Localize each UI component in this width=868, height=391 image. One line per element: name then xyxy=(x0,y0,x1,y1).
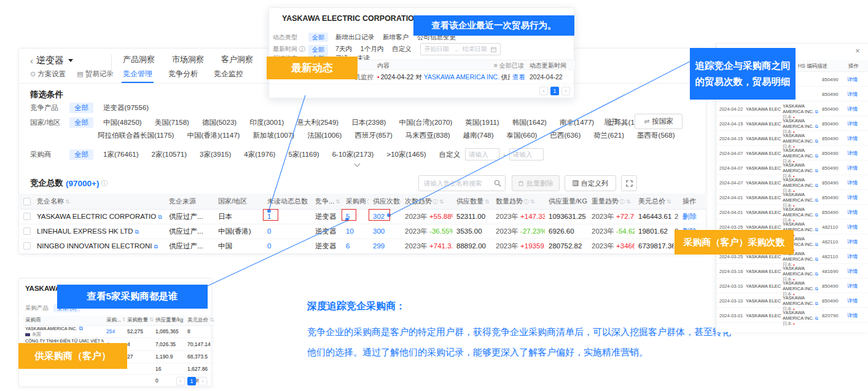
breadcrumb[interactable]: ‹ 逆变器 xyxy=(30,53,73,67)
detail-link[interactable]: 详情 xyxy=(847,253,858,261)
copy-icon[interactable]: ⧉ xyxy=(814,124,818,128)
popup-filter-option[interactable]: 新增客户 xyxy=(383,33,409,42)
copy-icon[interactable]: ⧉ xyxy=(814,109,818,114)
filter-option[interactable]: 马来西亚(838) xyxy=(405,132,450,139)
buyer-name[interactable]: YASKAWA AMERICA INC. ⧉ xyxy=(783,280,818,291)
times-count-link[interactable]: 300 xyxy=(373,227,385,235)
column-header[interactable]: 竞企名称⇅ xyxy=(33,194,165,209)
sort-icon[interactable]: ⇅ xyxy=(122,317,125,323)
copy-icon[interactable]: ⧉ xyxy=(814,154,818,158)
column-header[interactable] xyxy=(674,194,679,209)
row-checkbox[interactable] xyxy=(23,213,31,220)
sort-icon[interactable]: ⇅ xyxy=(439,199,444,205)
detail-link[interactable]: 详情 xyxy=(847,76,858,84)
subtab-竞争分析[interactable]: 竞争分析 xyxy=(167,68,199,83)
filter-option[interactable]: 墨西哥(568) xyxy=(637,132,674,139)
copy-icon[interactable]: ⧉ xyxy=(814,316,818,320)
copy-icon[interactable]: ⧉ xyxy=(814,168,818,173)
copy-icon[interactable]: ⧉ xyxy=(814,183,818,188)
unread-count-link[interactable]: 0 xyxy=(267,242,271,250)
column-header[interactable]: 竞企来源 xyxy=(165,194,214,209)
popup-filter-all-chip[interactable]: 全部 xyxy=(308,33,328,42)
filter-option[interactable]: 2家(10571) xyxy=(152,151,187,158)
popup-filter-all-chip[interactable]: 全部 xyxy=(308,45,328,54)
detail-link[interactable]: 详情 xyxy=(847,298,858,305)
filter-option[interactable]: 荷兰(621) xyxy=(593,132,624,139)
collapse-filters-toggle[interactable] xyxy=(345,159,369,168)
page-1-button[interactable]: 1 xyxy=(187,377,196,385)
filter-option[interactable]: 意大利(2549) xyxy=(297,119,338,126)
copy-icon[interactable]: ⧉ xyxy=(814,139,818,143)
column-header[interactable]: 美元总价⇅ xyxy=(185,315,214,325)
dynamics-company-link[interactable]: YASKAWA AMERICA INC. xyxy=(424,73,499,81)
row-checkbox[interactable] xyxy=(23,242,31,250)
filter-option[interactable]: 泰国(660) xyxy=(507,132,538,139)
filter-option[interactable]: 中国(48250) xyxy=(103,119,142,126)
filter-option[interactable]: 阿拉伯联合酋长国(1175) xyxy=(98,132,174,139)
buyer-name[interactable]: YASKAWA AMERICA INC.⧉ xyxy=(25,326,101,332)
column-header[interactable]: 供应次数ⓘ⇅ xyxy=(369,194,401,209)
filter-option[interactable]: >10家(1465) xyxy=(386,151,426,158)
copy-icon[interactable]: ⧉ xyxy=(158,214,162,221)
action-贸易记录[interactable]: ▤贸易记录 xyxy=(77,69,113,79)
caret-down-icon[interactable] xyxy=(68,59,73,62)
copy-icon[interactable]: ⧉ xyxy=(814,198,818,202)
detail-link[interactable]: 详情 xyxy=(847,268,858,275)
detail-link[interactable]: 详情 xyxy=(847,224,858,231)
column-header[interactable]: 采购数量⇅ xyxy=(125,315,153,325)
column-header[interactable]: 重量趋势ⓘ⇅ xyxy=(588,194,635,209)
detail-link[interactable]: 详情 xyxy=(847,135,858,143)
buyer-name[interactable]: YASKAWA AMERICA INC. ⧉ xyxy=(783,133,818,144)
detail-link[interactable]: 详情 xyxy=(847,194,858,202)
filter-all-chip[interactable]: 全部 xyxy=(69,117,93,128)
detail-link[interactable]: 详情 xyxy=(847,239,858,246)
next-page-button[interactable]: › xyxy=(561,87,570,95)
column-header[interactable]: 供应数量⇅ xyxy=(453,194,492,209)
filter-option[interactable]: 西班牙(857) xyxy=(354,132,392,139)
detail-link[interactable]: 详情 xyxy=(847,165,858,172)
custom-range-label[interactable]: 自定义 xyxy=(439,150,461,159)
column-header[interactable]: 竞争...⇅ xyxy=(311,194,342,209)
buyer-name[interactable]: YASKAWA AMERICA INC. ⧉ xyxy=(783,295,818,306)
sort-icon[interactable]: ⇅ xyxy=(335,199,340,205)
prev-page-button[interactable]: ‹ xyxy=(539,87,548,95)
buyer-max-input[interactable] xyxy=(509,148,544,160)
sort-icon[interactable]: ⇅ xyxy=(65,199,70,205)
by-country-button[interactable]: ⇌ 按国家 xyxy=(635,114,682,129)
filter-option[interactable]: 法国(1006) xyxy=(307,132,342,139)
copy-icon[interactable]: ⧉ xyxy=(79,326,82,331)
copy-icon[interactable]: ⧉ xyxy=(814,227,818,232)
unread-count-link[interactable]: 1 xyxy=(267,213,271,220)
buyer-min-input[interactable] xyxy=(465,148,499,160)
prev-page-button[interactable]: ‹ xyxy=(176,377,185,385)
buyer-name[interactable]: YASKAWA AMERICA INC. ⧉ xyxy=(783,118,818,129)
filter-option[interactable]: 中国(台湾)(2070) xyxy=(399,119,452,126)
buyer-name[interactable]: YASKAWA AMERICA INC. ⧉ xyxy=(783,177,818,188)
copy-icon[interactable]: ⧉ xyxy=(814,213,818,217)
column-header[interactable]: 数量趋势ⓘ⇅ xyxy=(492,194,545,209)
filter-option[interactable]: 5家(1169) xyxy=(288,151,319,158)
page-1-button[interactable]: 1 xyxy=(550,87,559,95)
next-page-button[interactable]: › xyxy=(198,377,207,385)
filter-option[interactable]: 越南(748) xyxy=(463,132,494,139)
detail-link[interactable]: 详情 xyxy=(847,209,858,216)
copy-icon[interactable]: ⧉ xyxy=(814,242,818,247)
buyers-count-link[interactable]: 5 xyxy=(346,213,350,220)
buyer-name[interactable]: YASKAWA AMERICA INC. ⧉ xyxy=(783,266,818,277)
popup-filter-option[interactable]: 1个月内 xyxy=(361,45,383,53)
filter-option[interactable]: 巴西(636) xyxy=(550,132,581,139)
copy-icon[interactable]: ⧉ xyxy=(814,286,818,291)
column-header[interactable]: 供应重量/kg⇅ xyxy=(153,315,185,325)
filter-all-chip[interactable]: 全部 xyxy=(69,103,93,113)
filter-option[interactable]: 德国(5023) xyxy=(202,119,237,126)
sort-icon[interactable]: ⇅ xyxy=(530,199,535,205)
column-header[interactable]: 未读动态总数 xyxy=(264,194,311,209)
filter-option[interactable]: 6-10家(2173) xyxy=(332,151,374,158)
delete-link[interactable]: 删除 xyxy=(682,213,697,220)
filter-option[interactable]: 南非(1477) xyxy=(560,119,594,126)
close-icon[interactable]: × xyxy=(853,46,862,55)
column-header[interactable]: 采购商 xyxy=(23,315,104,325)
view-link[interactable]: 查看 xyxy=(512,73,525,82)
buyer-name[interactable]: YASKAWA AMERICA INC. ⧉ xyxy=(783,310,818,321)
column-header[interactable]: 供应重量/KG⇅ xyxy=(545,194,588,209)
